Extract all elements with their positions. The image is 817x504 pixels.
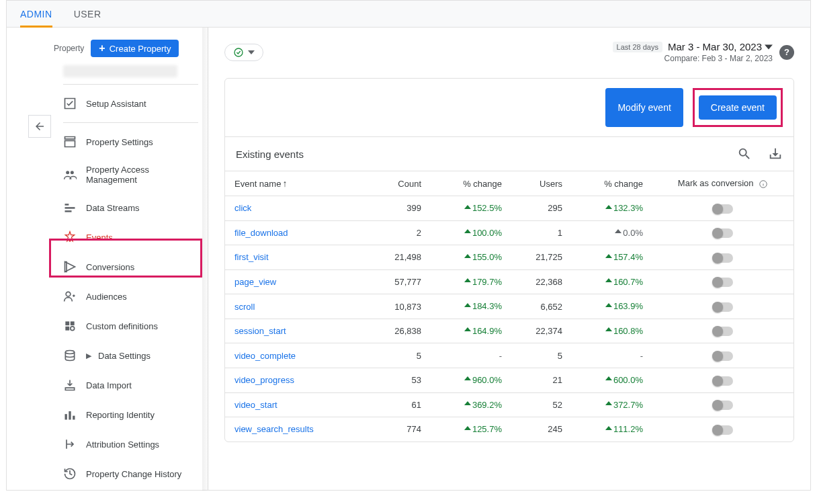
- arrow-left-icon: [34, 120, 46, 132]
- mark-conversion-toggle[interactable]: [713, 253, 733, 263]
- mark-conversion-toggle[interactable]: [713, 204, 733, 214]
- status-filter-pill[interactable]: [224, 44, 263, 61]
- sidebar-item-property-settings[interactable]: Property Settings: [54, 127, 208, 157]
- col-count[interactable]: Count: [370, 171, 431, 196]
- tab-admin[interactable]: ADMIN: [20, 1, 52, 28]
- arrow-up-icon: [464, 229, 471, 236]
- mark-conversion-toggle[interactable]: [713, 401, 733, 410]
- arrow-up-icon: [464, 327, 471, 334]
- table-row: video_start61 369.2%52 372.7%: [225, 392, 793, 417]
- cell-change-users: 160.7%: [572, 269, 652, 294]
- table-row: view_search_results774 125.7%245 111.2%: [225, 417, 793, 442]
- sidebar-item-label: Data Settings: [98, 351, 150, 361]
- cell-change-count: 100.0%: [431, 220, 511, 245]
- sidebar-item-audiences[interactable]: Audiences: [54, 282, 208, 311]
- mark-conversion-toggle[interactable]: [713, 351, 733, 361]
- cell-change-count: 184.3%: [431, 294, 511, 319]
- cell-count: 57,777: [370, 269, 431, 294]
- event-name-link[interactable]: session_start: [225, 319, 370, 343]
- arrow-up-icon: [464, 401, 471, 408]
- cell-change-count: 369.2%: [431, 392, 511, 417]
- property-selector-blurred[interactable]: [63, 65, 177, 77]
- sidebar-item-attribution-settings[interactable]: Attribution Settings: [54, 429, 208, 459]
- event-name-link[interactable]: scroll: [225, 294, 370, 319]
- sidebar-item-data-import[interactable]: Data Import: [54, 370, 208, 400]
- cell-count: 2: [370, 220, 431, 245]
- mark-conversion-toggle[interactable]: [713, 376, 733, 386]
- back-button[interactable]: [28, 115, 51, 138]
- cell-change-count: 125.7%: [431, 417, 511, 442]
- date-compare-label: Compare: Feb 3 - Mar 2, 2023: [613, 54, 773, 63]
- event-name-link[interactable]: video_complete: [225, 343, 370, 368]
- sidebar-item-setup-assistant[interactable]: Setup Assistant: [54, 89, 208, 118]
- sidebar-item-data-settings[interactable]: ▶Data Settings: [54, 341, 208, 370]
- sidebar-item-events[interactable]: Events: [54, 222, 208, 252]
- sidebar-item-custom-definitions[interactable]: Custom definitions: [54, 311, 208, 341]
- arrow-up-icon: [464, 254, 471, 261]
- sidebar-item-data-streams[interactable]: Data Streams: [54, 193, 208, 222]
- arrow-up-icon: [615, 229, 621, 236]
- col-users[interactable]: Users: [511, 171, 572, 196]
- table-row: video_progress53 960.0%21 600.0%: [225, 368, 793, 392]
- cell-users: 21,725: [511, 245, 572, 270]
- cell-users: 5: [511, 343, 572, 368]
- cell-change-users: 0.0%: [572, 220, 652, 245]
- event-name-link[interactable]: view_search_results: [225, 417, 370, 442]
- mark-conversion-toggle[interactable]: [713, 425, 733, 435]
- col-change-count[interactable]: % change: [431, 171, 511, 196]
- svg-point-6: [66, 292, 71, 296]
- sidebar-item-label: Data Import: [86, 380, 132, 390]
- arrow-up-icon: [605, 401, 612, 408]
- sidebar-item-property-access[interactable]: Property Access Management: [54, 157, 208, 193]
- mark-conversion-toggle[interactable]: [713, 278, 733, 287]
- modify-event-button[interactable]: Modify event: [605, 88, 683, 127]
- col-event-name[interactable]: Event name↑: [225, 171, 370, 196]
- cell-change-count: -: [431, 343, 511, 368]
- cell-change-users: 600.0%: [572, 368, 652, 392]
- table-row: scroll10,873 184.3%6,652 163.9%: [225, 294, 793, 319]
- cell-change-users: 160.8%: [572, 319, 652, 343]
- mark-conversion-toggle[interactable]: [713, 327, 733, 336]
- svg-point-10: [71, 327, 75, 331]
- help-icon[interactable]: ?: [779, 45, 794, 60]
- arrow-up-icon: [464, 303, 471, 310]
- top-tabs: ADMIN USER: [7, 1, 810, 28]
- event-name-link[interactable]: click: [225, 196, 370, 221]
- event-name-link[interactable]: video_progress: [225, 368, 370, 392]
- event-name-link[interactable]: first_visit: [225, 245, 370, 270]
- info-icon[interactable]: [759, 179, 768, 189]
- tab-user[interactable]: USER: [74, 1, 101, 28]
- col-change-users[interactable]: % change: [572, 171, 652, 196]
- download-icon[interactable]: [768, 146, 783, 161]
- date-range-picker[interactable]: Mar 3 - Mar 30, 2023: [668, 41, 773, 52]
- svg-rect-4: [65, 210, 72, 212]
- search-icon[interactable]: [737, 146, 752, 161]
- sidebar-item-label: Custom definitions: [86, 321, 158, 331]
- event-name-link[interactable]: file_download: [225, 220, 370, 245]
- sidebar-item-label: Data Streams: [86, 203, 139, 213]
- sidebar-item-conversions[interactable]: Conversions: [54, 252, 208, 282]
- mark-conversion-toggle[interactable]: [713, 302, 733, 312]
- arrow-up-icon: [605, 303, 612, 310]
- create-event-button[interactable]: Create event: [699, 95, 777, 120]
- event-name-link[interactable]: page_view: [225, 269, 370, 294]
- cell-change-count: 164.9%: [431, 319, 511, 343]
- cell-change-users: -: [572, 343, 652, 368]
- sidebar-item-label: Property Settings: [86, 137, 153, 147]
- create-property-button[interactable]: + Create Property: [91, 40, 179, 57]
- svg-point-0: [66, 171, 69, 174]
- sidebar-item-reporting-identity[interactable]: Reporting Identity: [54, 400, 208, 429]
- sidebar-item-property-change-history[interactable]: Property Change History: [54, 459, 208, 489]
- arrow-up-icon: [464, 278, 471, 285]
- event-name-link[interactable]: video_start: [225, 392, 370, 417]
- data-settings-icon: [63, 349, 77, 362]
- cell-users: 21: [511, 368, 572, 392]
- table-row: video_complete5-5-: [225, 343, 793, 368]
- events-table: Event name↑ Count % change Users % chang…: [225, 171, 793, 442]
- data-import-icon: [63, 378, 77, 392]
- table-row: page_view57,777 179.7%22,368 160.7%: [225, 269, 793, 294]
- sort-asc-icon: ↑: [282, 178, 287, 189]
- custom-definitions-icon: [63, 319, 77, 333]
- table-row: session_start26,838 164.9%22,374 160.8%: [225, 319, 793, 343]
- mark-conversion-toggle[interactable]: [713, 228, 733, 238]
